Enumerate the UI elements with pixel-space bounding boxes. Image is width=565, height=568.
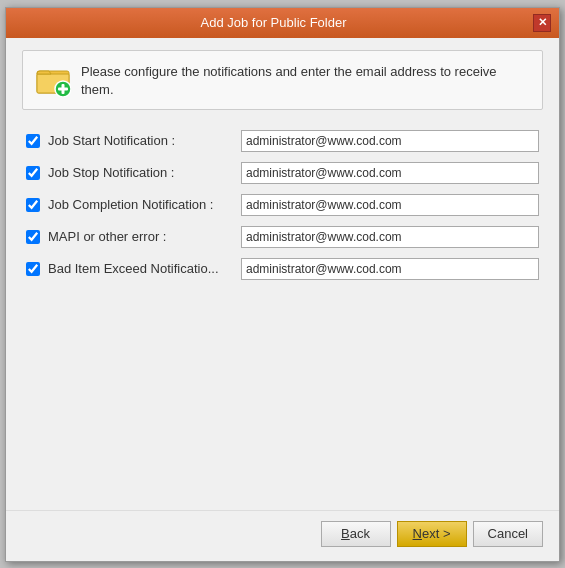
form-row: Job Stop Notification :: [26, 162, 539, 184]
content-area: Please configure the notifications and e…: [6, 38, 559, 510]
form-area: Job Start Notification :Job Stop Notific…: [22, 130, 543, 280]
bad-item-checkbox[interactable]: [26, 262, 40, 276]
back-button[interactable]: Back: [321, 521, 391, 547]
form-row: Bad Item Exceed Notificatio...: [26, 258, 539, 280]
close-button[interactable]: ✕: [533, 14, 551, 32]
window-title: Add Job for Public Folder: [14, 15, 533, 30]
bad-item-email-input[interactable]: [241, 258, 539, 280]
form-row: Job Start Notification :: [26, 130, 539, 152]
job-completion-label: Job Completion Notification :: [48, 197, 233, 212]
main-window: Add Job for Public Folder ✕ Please confi…: [5, 7, 560, 562]
svg-rect-4: [58, 87, 68, 90]
form-row: MAPI or other error :: [26, 226, 539, 248]
folder-icon: [35, 61, 71, 97]
title-bar: Add Job for Public Folder ✕: [6, 8, 559, 38]
form-row: Job Completion Notification :: [26, 194, 539, 216]
button-bar: Back Next > Cancel: [6, 510, 559, 561]
mapi-error-email-input[interactable]: [241, 226, 539, 248]
mapi-error-label: MAPI or other error :: [48, 229, 233, 244]
job-start-checkbox[interactable]: [26, 134, 40, 148]
job-completion-checkbox[interactable]: [26, 198, 40, 212]
job-stop-email-input[interactable]: [241, 162, 539, 184]
next-button[interactable]: Next >: [397, 521, 467, 547]
bad-item-label: Bad Item Exceed Notificatio...: [48, 261, 233, 276]
mapi-error-checkbox[interactable]: [26, 230, 40, 244]
job-stop-label: Job Stop Notification :: [48, 165, 233, 180]
cancel-button[interactable]: Cancel: [473, 521, 543, 547]
job-start-email-input[interactable]: [241, 130, 539, 152]
info-box: Please configure the notifications and e…: [22, 50, 543, 110]
job-completion-email-input[interactable]: [241, 194, 539, 216]
job-start-label: Job Start Notification :: [48, 133, 233, 148]
info-text: Please configure the notifications and e…: [81, 61, 530, 99]
job-stop-checkbox[interactable]: [26, 166, 40, 180]
